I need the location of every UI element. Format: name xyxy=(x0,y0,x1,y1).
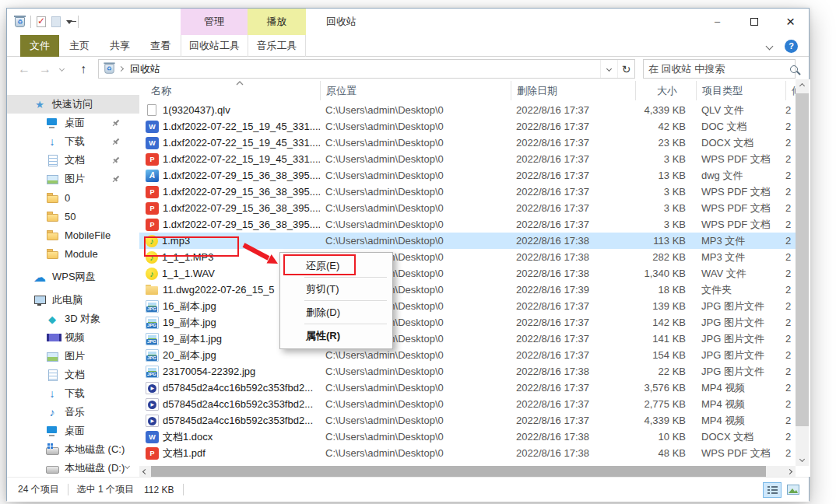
file-row[interactable]: 1.dxf2022-07-29_15_36_38_395.... C:\User… xyxy=(139,216,796,233)
mp4-file-icon xyxy=(146,382,159,394)
column-header-location[interactable]: 原位置 xyxy=(320,81,511,100)
sidebar-item-documents[interactable]: 文档 xyxy=(7,151,139,170)
pin-icon xyxy=(111,156,121,165)
scroll-left-icon[interactable] xyxy=(139,466,151,477)
menu-item-cut[interactable]: 剪切(T) xyxy=(280,278,392,299)
sidebar-item-folder-50[interactable]: 50 xyxy=(7,207,139,226)
sidebar-item-disk-d[interactable]: 本地磁盘 (D:) xyxy=(7,459,139,477)
sidebar-item-videos[interactable]: 视频 xyxy=(7,328,139,347)
vertical-scrollbar-thumb[interactable] xyxy=(796,93,809,426)
file-row[interactable]: 文档1.pdf C:\Users\admin\Desktop\0 2022/8/… xyxy=(139,445,796,461)
tab-home[interactable]: 主页 xyxy=(59,35,100,57)
ribbon-tabs-row: 文件主页共享查看回收站工具音乐工具 xyxy=(7,35,809,57)
breadcrumb[interactable]: 回收站 xyxy=(130,62,160,76)
file-row[interactable]: 23170054-22392.jpg C:\Users\admin\Deskto… xyxy=(139,363,796,380)
sidebar-item-disk-c[interactable]: 本地磁盘 (C:) xyxy=(7,440,139,459)
sidebar-item-folder-module[interactable]: Module xyxy=(7,244,139,263)
column-header-size[interactable]: 大小 xyxy=(635,81,696,100)
checked-doc-icon[interactable] xyxy=(37,16,46,27)
file-row[interactable]: 19_副本.jpg C:\Users\admin\Desktop\0 2022/… xyxy=(139,314,796,331)
jpg-file-icon xyxy=(146,300,159,313)
pc-icon xyxy=(33,294,46,306)
file-row[interactable]: 1.dxf2022-07-22_15_19_45_331.... C:\User… xyxy=(139,151,796,167)
file-row[interactable]: 1.dxf2022-07-29_15_36_38_395.... C:\User… xyxy=(139,167,796,184)
search-icon[interactable] xyxy=(790,65,798,73)
sidebar-item-3d-objects[interactable]: 3D 对象 xyxy=(7,310,139,328)
sidebar-item-music[interactable]: 音乐 xyxy=(7,403,139,422)
file-row[interactable]: 16_副本.jpg C:\Users\admin\Desktop\0 2022/… xyxy=(139,298,796,314)
file-row[interactable]: 1.dxf2022-07-22_15_19_45_331.... C:\User… xyxy=(139,135,796,151)
file-row[interactable]: 1.dxf2022-07-29_15_36_38_395.... C:\User… xyxy=(139,200,796,216)
menu-item-delete[interactable]: 删除(D) xyxy=(280,302,392,323)
breadcrumb-chevron-icon[interactable] xyxy=(118,66,124,72)
column-header-item-type[interactable]: 项目类型 xyxy=(696,81,785,100)
search-input[interactable] xyxy=(644,63,790,75)
back-icon[interactable] xyxy=(18,62,30,76)
expand-ribbon-icon[interactable] xyxy=(766,42,774,50)
sidebar-item-desktop-2[interactable]: 桌面 xyxy=(7,422,139,440)
file-row[interactable]: 19_副本1.jpg C:\Users\admin\Desktop\0 2022… xyxy=(139,331,796,347)
menu-separator xyxy=(304,277,387,278)
thumbnails-view-icon xyxy=(787,485,799,495)
file-rows: 1(9320437).qlv C:\Users\admin\Desktop\0 … xyxy=(139,102,796,461)
sidebar-item-downloads-2[interactable]: 下载 xyxy=(7,384,139,403)
sidebar-item-quick-access[interactable]: 快速访问 xyxy=(7,95,139,114)
column-header-name[interactable]: 名称 xyxy=(139,81,320,100)
sidebar-item-desktop[interactable]: 桌面 xyxy=(7,114,139,132)
blank-doc-icon[interactable] xyxy=(51,16,61,27)
pin-icon xyxy=(111,118,121,128)
sidebar-item-pictures-2[interactable]: 图片 xyxy=(7,347,139,366)
address-dropdown-icon[interactable] xyxy=(600,60,617,78)
jpg-file-icon xyxy=(146,349,159,362)
menu-item-properties[interactable]: 属性(R) xyxy=(280,325,392,346)
minimize-button[interactable] xyxy=(699,9,736,35)
sidebar-item-this-pc[interactable]: 此电脑 xyxy=(7,291,139,310)
scroll-up-icon[interactable] xyxy=(796,79,809,93)
details-view-button[interactable] xyxy=(763,482,782,498)
file-row[interactable]: 1.dxf2022-07-29_15_36_38_395.... C:\User… xyxy=(139,184,796,200)
file-row[interactable]: 文档1.docx C:\Users\admin\Desktop\0 2022/8… xyxy=(139,429,796,445)
tab-share[interactable]: 共享 xyxy=(100,35,140,57)
tab-file[interactable]: 文件 xyxy=(20,35,59,57)
file-row[interactable]: 1_1_1.WAV C:\Users\admin\Desktop\0 2022/… xyxy=(139,265,796,282)
scroll-right-icon[interactable] xyxy=(784,466,796,477)
file-row[interactable]: 11.dwg2022-07-26_15_5 C:\Users\admin\Des… xyxy=(139,282,796,298)
horizontal-scrollbar[interactable] xyxy=(139,466,796,477)
close-button[interactable] xyxy=(772,9,809,35)
sidebar-item-documents-2[interactable]: 文档 xyxy=(7,366,139,384)
horizontal-scrollbar-thumb[interactable] xyxy=(151,466,766,477)
sidebar-item-downloads[interactable]: 下载 xyxy=(7,132,139,151)
column-header-clipped[interactable]: 修 xyxy=(785,81,796,100)
column-header-date-deleted[interactable]: 删除日期 xyxy=(511,81,635,100)
status-bar: 24 个项目 选中 1 个项目 112 KB xyxy=(7,477,809,502)
divider xyxy=(68,484,68,495)
up-icon[interactable] xyxy=(80,62,86,76)
annotation-box-restore xyxy=(283,254,356,275)
file-row[interactable]: d57845d2a4cc16b592c353fbd2... C:\Users\a… xyxy=(139,380,796,396)
tab-music-tools[interactable]: 音乐工具 xyxy=(248,35,306,57)
recent-locations-icon[interactable] xyxy=(59,66,65,72)
menu-separator xyxy=(304,324,387,324)
refresh-icon[interactable] xyxy=(617,60,634,78)
qat-dropdown-icon[interactable] xyxy=(66,20,72,24)
file-row[interactable]: 1(9320437).qlv C:\Users\admin\Desktop\0 … xyxy=(139,102,796,118)
file-row[interactable]: d57845d2a4cc16b592c353fbd2... C:\Users\a… xyxy=(139,396,796,412)
sidebar-item-pictures[interactable]: 图片 xyxy=(7,170,139,188)
file-row[interactable]: d57845d2a4cc16b592c353fbd2... C:\Users\a… xyxy=(139,412,796,429)
vertical-scrollbar[interactable] xyxy=(796,79,809,466)
tab-recycle-tools[interactable]: 回收站工具 xyxy=(181,35,248,57)
address-bar[interactable]: 回收站 xyxy=(98,59,635,79)
sidebar-item-wps-cloud[interactable]: WPS网盘 xyxy=(7,268,139,286)
sidebar-item-folder-mobilefile[interactable]: MobileFile xyxy=(7,226,139,244)
forward-icon[interactable] xyxy=(39,62,51,76)
file-row[interactable]: 20_副本.jpg C:\Users\admin\Desktop\0 2022/… xyxy=(139,347,796,363)
file-explorer-window: 管理播放 回收站 文件主页共享查看回收站工具音乐工具 回收站 xyxy=(6,8,810,501)
desktop-icon xyxy=(46,117,58,129)
scroll-down-icon[interactable] xyxy=(796,453,809,466)
sidebar-item-folder-0[interactable]: 0 xyxy=(7,188,139,207)
thumbnails-view-button[interactable] xyxy=(784,482,803,498)
help-icon[interactable] xyxy=(785,40,798,53)
tab-view[interactable]: 查看 xyxy=(140,35,181,57)
file-row[interactable]: 1.dxf2022-07-22_15_19_45_331.... C:\User… xyxy=(139,118,796,135)
maximize-button[interactable] xyxy=(736,9,772,35)
